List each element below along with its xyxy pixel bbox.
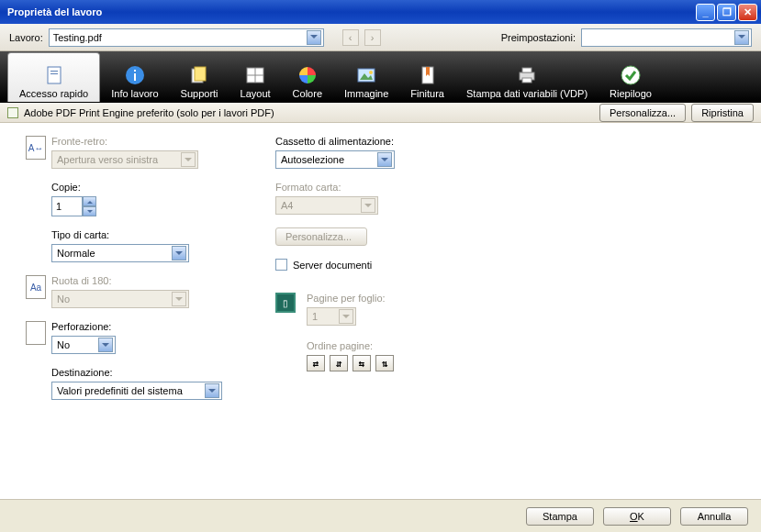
paper-size-select: A4: [275, 196, 378, 215]
svg-rect-5: [134, 70, 136, 72]
printer-icon: [516, 64, 538, 86]
tab-finishing[interactable]: Finitura: [399, 52, 455, 102]
chevron-down-icon: [734, 30, 749, 45]
copies-up-button[interactable]: [83, 196, 96, 206]
duplex-label: Fronte-retro:: [51, 136, 275, 147]
tab-layout[interactable]: Layout: [229, 52, 282, 102]
punch-label: Perforazione:: [51, 321, 275, 332]
chevron-down-icon: [205, 383, 219, 398]
paper-type-label: Tipo di carta:: [51, 229, 275, 240]
chevron-down-icon: [98, 338, 113, 352]
chevron-down-icon: [307, 30, 321, 45]
document-icon: [43, 64, 65, 86]
chevron-down-icon: [172, 246, 186, 260]
tab-label: Info lavoro: [111, 88, 158, 99]
job-row: Lavoro: Testing.pdf ‹ › Preimpostazioni:: [0, 24, 761, 51]
bookmark-icon: [417, 64, 439, 86]
paper-type-select[interactable]: Normale: [51, 244, 189, 262]
customize-button[interactable]: Personalizza...: [599, 104, 686, 122]
tab-label: Finitura: [410, 88, 444, 99]
pages-per-sheet-icon: ▯: [275, 293, 296, 313]
pages-per-sheet-select: 1: [307, 307, 356, 326]
chevron-down-icon: [361, 198, 375, 213]
tab-label: Stampa dati variabili (VDP): [466, 88, 588, 99]
svg-point-19: [621, 66, 640, 84]
tab-vdp[interactable]: Stampa dati variabili (VDP): [455, 52, 599, 102]
preset-label: Preimpostazioni:: [501, 32, 576, 43]
tab-label: Riepilogo: [610, 88, 652, 99]
ok-button[interactable]: OK: [603, 507, 671, 526]
tab-summary[interactable]: Riepilogo: [599, 52, 663, 102]
svg-rect-18: [522, 78, 532, 83]
destination-select[interactable]: Valori predefiniti del sistema: [51, 382, 222, 400]
titlebar: Proprietà del lavoro _ ❐ ✕: [0, 0, 761, 24]
tab-label: Accesso rapido: [19, 88, 88, 99]
duplex-icon: A↔: [26, 136, 46, 160]
tab-image[interactable]: Immagine: [333, 52, 399, 102]
footer: Stampa OK Annulla: [0, 499, 761, 532]
job-label: Lavoro:: [9, 32, 43, 43]
tab-job-info[interactable]: Info lavoro: [100, 52, 169, 102]
layout-icon: [244, 64, 266, 86]
pdf-engine-checkbox[interactable]: [7, 107, 18, 118]
svg-rect-0: [48, 67, 61, 83]
copies-input[interactable]: [51, 196, 83, 216]
pdf-engine-label: Adobe PDF Print Engine preferito (solo p…: [24, 107, 274, 118]
page-order-option-3[interactable]: ⇆: [353, 355, 371, 371]
preset-combo[interactable]: [581, 28, 752, 47]
paper-size-label: Formato carta:: [275, 182, 606, 193]
print-button[interactable]: Stampa: [526, 507, 594, 526]
job-combo[interactable]: Testing.pdf: [49, 28, 324, 47]
pages-per-sheet-label: Pagine per foglio:: [307, 293, 606, 304]
tab-quick-access[interactable]: Accesso rapido: [7, 52, 100, 102]
document-server-checkbox[interactable]: Server documenti: [275, 259, 606, 271]
svg-rect-17: [522, 68, 532, 72]
tab-color[interactable]: Colore: [282, 52, 333, 102]
rotate-select: No: [51, 290, 189, 308]
check-icon: [620, 64, 642, 86]
svg-rect-7: [195, 67, 206, 81]
tab-label: Immagine: [344, 88, 388, 99]
next-job-button[interactable]: ›: [364, 29, 381, 46]
svg-rect-2: [50, 73, 58, 74]
copies-label: Copie:: [51, 182, 275, 193]
chevron-down-icon: [377, 152, 392, 167]
punch-icon: [26, 321, 46, 345]
duplex-select: Apertura verso sinistra: [51, 150, 198, 169]
chevron-down-icon: [181, 152, 196, 167]
minimize-button[interactable]: _: [696, 4, 715, 21]
svg-point-14: [369, 71, 373, 74]
document-server-label: Server documenti: [293, 260, 372, 271]
destination-label: Destinazione:: [51, 367, 275, 378]
close-button[interactable]: ✕: [738, 4, 757, 21]
window-title: Proprietà del lavoro: [7, 6, 696, 17]
engine-bar: Adobe PDF Print Engine preferito (solo p…: [0, 103, 761, 123]
rotate-label: Ruota di 180:: [51, 275, 275, 286]
tray-select[interactable]: Autoselezione: [275, 150, 395, 169]
info-icon: [124, 64, 146, 86]
tab-bar: Accesso rapido Info lavoro Supporti Layo…: [0, 51, 761, 103]
image-icon: [355, 64, 377, 86]
page-order-option-2[interactable]: ⇵: [330, 355, 348, 371]
tab-label: Supporti: [181, 88, 218, 99]
paper-size-customize-button: Personalizza...: [275, 227, 367, 246]
punch-select[interactable]: No: [51, 336, 116, 354]
color-wheel-icon: [297, 64, 319, 86]
checkbox-icon: [275, 259, 287, 271]
job-value: Testing.pdf: [53, 32, 307, 43]
content-area: A↔ Fronte-retro: Apertura verso sinistra…: [0, 123, 761, 499]
tray-label: Cassetto di alimentazione:: [275, 136, 606, 147]
copies-down-button[interactable]: [83, 206, 96, 216]
prev-job-button[interactable]: ‹: [342, 29, 359, 46]
chevron-down-icon: [172, 292, 186, 306]
page-order-option-1[interactable]: ⇄: [307, 355, 325, 371]
tab-label: Layout: [241, 88, 271, 99]
copies-spinner[interactable]: [51, 196, 275, 216]
rotate-icon: Aa: [26, 275, 46, 299]
maximize-button[interactable]: ❐: [717, 4, 736, 21]
tab-label: Colore: [293, 88, 322, 99]
page-order-option-4[interactable]: ⇅: [375, 355, 394, 371]
reset-button[interactable]: Ripristina: [691, 104, 754, 122]
cancel-button[interactable]: Annulla: [680, 507, 748, 526]
tab-media[interactable]: Supporti: [170, 52, 229, 102]
